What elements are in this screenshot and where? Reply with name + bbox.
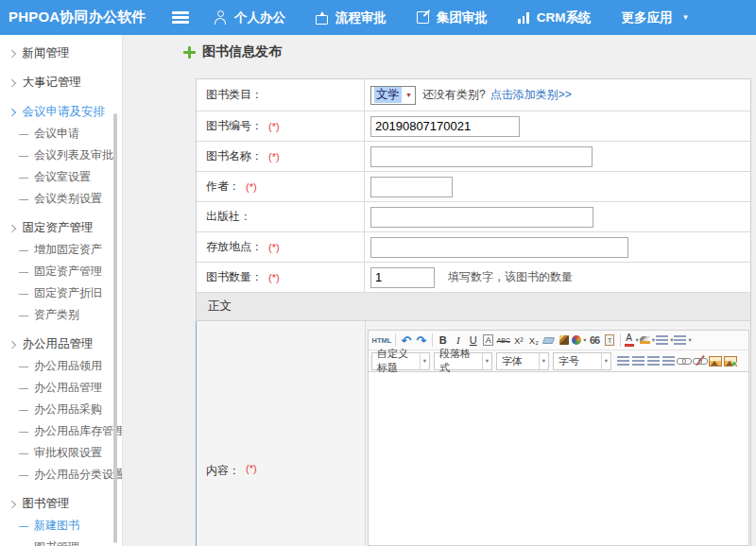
sidebar-item-book-mgmt[interactable]: —图书管理 <box>0 537 122 546</box>
nav-crm-system[interactable]: CRM系统 <box>518 9 592 26</box>
sidebar-item-add-fixed-asset[interactable]: —增加固定资产 <box>0 239 122 261</box>
sidebar-item-fixed-asset-mgmt[interactable]: —固定资产管理 <box>0 261 122 282</box>
dash-icon: — <box>19 448 28 458</box>
quantity-label: 图书数量： <box>206 269 263 285</box>
top-navigation-bar: PHPOA协同办公软件 个人办公 流程审批 集团审批 CRM系统 更多应用 ▼ <box>0 0 756 35</box>
rich-text-editor: HTML ↶ ↷ B I U A ABC X² X₂ <box>368 330 749 546</box>
align-center-icon[interactable] <box>631 353 645 369</box>
nav-personal-office[interactable]: 个人办公 <box>214 9 285 26</box>
nav-workflow-approval[interactable]: 流程审批 <box>316 9 387 26</box>
editor-content-area[interactable] <box>369 372 748 545</box>
sidebar-item-new-book[interactable]: —新建图书 <box>0 515 122 537</box>
book-name-input[interactable] <box>370 146 593 167</box>
form-row-book-name: 图书名称：(*) <box>197 142 750 172</box>
font-family-select[interactable]: 字体▾ <box>496 352 549 370</box>
caret-small-icon: ▾ <box>583 336 586 344</box>
strikethrough-icon[interactable]: ABC <box>496 333 510 349</box>
insert-link-icon[interactable] <box>677 353 692 369</box>
html-source-button[interactable]: HTML <box>372 333 392 349</box>
dash-icon: — <box>19 310 28 320</box>
unlink-icon[interactable] <box>693 353 708 369</box>
chevron-right-icon <box>9 225 16 232</box>
required-mark: (*) <box>246 463 257 474</box>
image-icon[interactable] <box>709 353 723 369</box>
chevron-right-icon <box>9 341 16 349</box>
caret-small-icon: ▾ <box>601 353 608 369</box>
sidebar-item-office-supplies-group[interactable]: 办公用品管理 <box>0 333 122 355</box>
sidebar-scrollbar[interactable] <box>113 113 117 543</box>
heading-style-select[interactable]: 自定义标题▾ <box>371 352 430 370</box>
format-brush-icon[interactable] <box>557 333 571 349</box>
author-input[interactable] <box>370 177 453 197</box>
sidebar-item-supplies-inventory[interactable]: —办公用品库存管理 <box>0 420 122 442</box>
italic-icon[interactable]: I <box>451 333 465 349</box>
nav-label: 集团审批 <box>437 9 488 26</box>
sidebar-menu: 新闻管理 大事记管理 会议申请及安排 —会议申请 —会议列表及审批 —会议室设置… <box>0 43 122 546</box>
hamburger-menu-icon[interactable] <box>172 9 189 26</box>
dash-icon: — <box>19 469 28 480</box>
chevron-down-icon: ▼ <box>682 13 690 22</box>
paragraph-format-select[interactable]: 段落格式▾ <box>434 352 492 370</box>
underline-icon[interactable]: U <box>466 333 480 349</box>
location-input[interactable] <box>370 237 628 258</box>
ordered-list-icon[interactable]: ▾ <box>656 333 673 349</box>
book-name-label: 图书名称： <box>206 148 263 164</box>
align-justify-icon[interactable] <box>662 353 676 369</box>
font-border-icon[interactable]: A <box>481 333 495 349</box>
redo-icon[interactable]: ↷ <box>414 333 428 349</box>
bold-icon[interactable]: B <box>436 333 450 349</box>
nav-more-apps[interactable]: 更多应用 ▼ <box>622 9 690 26</box>
sidebar: 新闻管理 大事记管理 会议申请及安排 —会议申请 —会议列表及审批 —会议室设置… <box>0 35 123 546</box>
sidebar-item-supplies-category-settings[interactable]: —办公用品分类设置 <box>0 464 122 486</box>
sidebar-item-fixed-asset-depreciation[interactable]: —固定资产折旧 <box>0 282 122 304</box>
category-select[interactable]: 文学 ▼ <box>370 86 416 105</box>
font-size-select[interactable]: 字号▾ <box>553 352 611 370</box>
category-hint: 还没有类别? <box>422 87 486 103</box>
plus-icon <box>183 46 196 59</box>
sidebar-item-meeting-room-settings[interactable]: —会议室设置 <box>0 166 122 188</box>
dash-icon: — <box>19 150 28 161</box>
sidebar-item-meeting-request-group[interactable]: 会议申请及安排 <box>0 101 122 123</box>
align-left-icon[interactable] <box>616 353 630 369</box>
sidebar-item-events-mgmt[interactable]: 大事记管理 <box>0 72 122 94</box>
caret-small-icon: ▾ <box>420 353 426 369</box>
sidebar-item-meeting-request[interactable]: —会议申请 <box>0 123 122 145</box>
sidebar-item-asset-category[interactable]: —资产类别 <box>0 304 122 326</box>
eraser-icon[interactable] <box>541 333 556 349</box>
sidebar-item-news-mgmt[interactable]: 新闻管理 <box>0 43 122 64</box>
highlight-color-icon[interactable]: ▾ <box>640 333 655 349</box>
sidebar-item-supplies-claim[interactable]: —办公用品领用 <box>0 355 122 377</box>
publisher-input[interactable] <box>370 207 593 228</box>
undo-icon[interactable]: ↶ <box>399 333 413 349</box>
subscript-icon[interactable]: X₂ <box>526 333 541 349</box>
font-color-icon[interactable]: A▾ <box>625 333 639 349</box>
sidebar-item-supplies-purchase[interactable]: —办公用品采购 <box>0 399 122 420</box>
add-category-link[interactable]: 点击添加类别>> <box>490 87 572 103</box>
sidebar-item-supplies-mgmt[interactable]: —办公用品管理 <box>0 377 122 399</box>
nav-group-approval[interactable]: 集团审批 <box>417 9 488 26</box>
book-publish-form: 图书类目： 文学 ▼ 还没有类别? 点击添加类别>> 图书编号：(*) 图书名称… <box>196 78 751 546</box>
chevron-right-icon <box>9 109 16 116</box>
sidebar-item-approval-permission-settings[interactable]: —审批权限设置 <box>0 442 122 464</box>
book-number-input[interactable] <box>370 116 520 137</box>
nav-label: 更多应用 <box>622 9 673 26</box>
align-right-icon[interactable] <box>646 353 661 369</box>
paste-icon[interactable]: T <box>603 333 617 349</box>
dash-icon: — <box>19 172 28 182</box>
sidebar-item-meeting-list-approval[interactable]: —会议列表及审批 <box>0 145 122 166</box>
insert-image-icon[interactable] <box>724 353 738 369</box>
required-mark: (*) <box>268 272 280 283</box>
unordered-list-icon[interactable]: ▾ <box>674 333 691 349</box>
form-row-quantity: 图书数量：(*) 填写数字，该图书的数量 <box>197 263 750 293</box>
quantity-hint: 填写数字，该图书的数量 <box>448 269 573 285</box>
caret-small-icon: ▾ <box>688 336 691 344</box>
quantity-input[interactable] <box>370 267 435 288</box>
dash-icon: — <box>19 245 28 255</box>
superscript-icon[interactable]: X² <box>511 333 525 349</box>
sidebar-item-fixed-assets-group[interactable]: 固定资产管理 <box>0 217 122 239</box>
text-color-palette-icon[interactable]: ▾ <box>572 333 586 349</box>
caret-small-icon: ▾ <box>539 353 545 369</box>
sidebar-item-meeting-category-settings[interactable]: —会议类别设置 <box>0 188 122 210</box>
sidebar-item-book-mgmt-group[interactable]: 图书管理 <box>0 493 122 515</box>
blockquote-icon[interactable]: 66 <box>588 333 602 349</box>
